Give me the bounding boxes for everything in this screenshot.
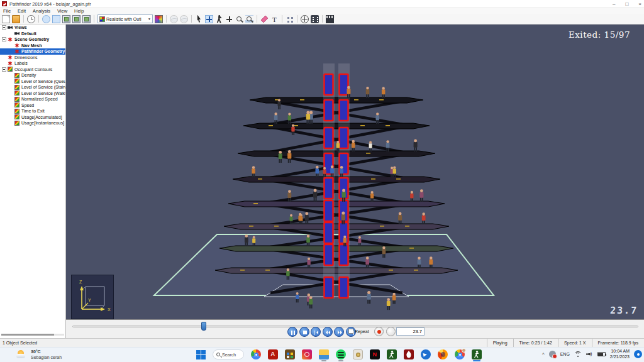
view-objects-button-3[interactable]	[82, 15, 91, 23]
rewind-button[interactable]	[323, 327, 333, 337]
repeat-checkbox[interactable]	[348, 329, 353, 334]
scene-colors-button[interactable]	[155, 15, 163, 23]
speed-status: Speed: 1 X	[558, 339, 592, 348]
pan-tool-button[interactable]	[225, 15, 233, 23]
menu-item-help[interactable]: Help	[74, 8, 84, 14]
tree-item-time-to-exit[interactable]: Time to Exit	[0, 108, 65, 114]
store-icon[interactable]	[285, 349, 295, 359]
notification-badge[interactable]	[634, 350, 642, 358]
contour-icon	[14, 73, 19, 78]
acrobat-icon[interactable]	[268, 349, 278, 359]
record-button[interactable]	[374, 327, 384, 336]
tree-item-level-of-service-stairway[interactable]: Level of Service (Stairway)	[0, 84, 65, 90]
skip-to-start-button[interactable]	[311, 327, 321, 337]
tree-collapse-toggle[interactable]	[2, 67, 6, 72]
tree-collapse-toggle[interactable]	[2, 37, 6, 41]
netflix-icon[interactable]	[370, 349, 380, 359]
open-file-button[interactable]	[12, 15, 20, 23]
spotify-icon[interactable]	[336, 349, 346, 359]
close-button[interactable]: ×	[638, 1, 641, 7]
zoom-tool-button[interactable]	[235, 15, 243, 23]
tree-item-labels[interactable]: Labels	[0, 60, 65, 67]
tree-view: ViewsDefaultScene GeometryNav MeshPathfi…	[0, 25, 65, 126]
start-button[interactable]	[196, 350, 206, 359]
clock-tool-button[interactable]	[27, 15, 35, 23]
timeline-slider-handle[interactable]	[201, 322, 206, 331]
wifi-icon[interactable]	[574, 351, 582, 358]
tree-item-level-of-service-walkway[interactable]: Level of Service (Walkway)	[0, 90, 65, 97]
tree-item-scene-geometry[interactable]: Scene Geometry	[0, 36, 65, 43]
battery-icon[interactable]	[597, 352, 606, 356]
view-objects-button-1[interactable]	[62, 15, 70, 23]
language-indicator[interactable]: ENG	[560, 352, 570, 356]
search-box[interactable]: Search	[213, 349, 244, 359]
pathfinder-app-icon[interactable]	[387, 349, 397, 359]
axis-x-label: X	[108, 307, 111, 312]
speaker-icon[interactable]	[586, 351, 593, 358]
chrome-icon[interactable]	[251, 349, 261, 359]
menu-item-view[interactable]: View	[57, 8, 67, 14]
menu-item-edit[interactable]: Edit	[18, 8, 26, 14]
movie-clapper-button[interactable]	[326, 15, 334, 23]
tree-item-label: Labels	[14, 61, 28, 65]
new-file-button[interactable]	[2, 15, 10, 23]
snapshot-button[interactable]	[386, 327, 396, 336]
levels-button[interactable]	[286, 15, 294, 23]
tree-item-default[interactable]: Default	[0, 31, 65, 37]
show-geometry-toggle[interactable]	[52, 15, 60, 23]
tree-horizontal-scrollbar[interactable]	[1, 334, 64, 336]
fast-forward-button[interactable]	[334, 327, 344, 337]
select-tool-button[interactable]	[195, 15, 203, 23]
crosshair-button[interactable]	[301, 15, 309, 23]
tree-item-usage-instantaneous[interactable]: Usage[Instantaneous]	[0, 120, 65, 126]
globe-button-2[interactable]	[180, 15, 188, 23]
geom-icon	[8, 61, 13, 66]
tree-item-views[interactable]: Views	[0, 25, 65, 31]
tree-item-speed[interactable]: Speed	[0, 102, 65, 109]
tree-spacer	[9, 121, 13, 125]
pathfinder-active-icon[interactable]	[472, 349, 482, 359]
playback-state: Playing	[487, 339, 513, 348]
show-occupants-toggle[interactable]	[42, 15, 50, 23]
tray-app-badge-icon[interactable]	[549, 351, 556, 358]
minimize-button[interactable]: –	[613, 1, 615, 7]
tree-item-pathfinder-geometry[interactable]: Pathfinder Geometry	[0, 48, 65, 55]
maximize-button[interactable]: □	[625, 1, 628, 7]
telegram-icon[interactable]	[421, 349, 431, 359]
3d-viewport[interactable]: Exited: 15/97 23.7 Z X Y	[66, 25, 644, 319]
clock-widget[interactable]: 10:04 AM 2/21/2023	[610, 349, 630, 359]
menu-item-file[interactable]: File	[3, 8, 11, 14]
stop-button[interactable]	[299, 327, 309, 337]
tree-item-dimensions[interactable]: Dimensions	[0, 55, 65, 61]
weather-widget[interactable]: 30°C Sebagian cerah	[16, 349, 62, 360]
tree-item-occupant-contours[interactable]: Occupant Contours	[0, 67, 65, 73]
view-objects-button-2[interactable]	[72, 15, 80, 23]
time-input[interactable]	[396, 327, 425, 336]
chrome-profile-icon[interactable]	[455, 349, 465, 359]
render-mode-select[interactable]: Realistic with Outl ▼	[97, 14, 153, 23]
firefox-icon[interactable]	[438, 349, 448, 359]
tree-item-nav-mesh[interactable]: Nav Mesh	[0, 43, 65, 49]
pyrosim-icon[interactable]	[404, 349, 414, 359]
tree-item-density[interactable]: Density	[0, 72, 65, 79]
tree-collapse-toggle[interactable]	[2, 25, 6, 30]
video-capture-button[interactable]	[311, 15, 319, 23]
tree-item-usage-accumulated[interactable]: Usage[Accumulated]	[0, 114, 65, 121]
globe-button-1[interactable]	[170, 15, 178, 23]
instagram-icon[interactable]	[302, 349, 312, 359]
contour-icon	[14, 121, 19, 126]
tree-item-normalized-speed[interactable]: Normalized Speed	[0, 96, 65, 102]
render-mode-value: Realistic with Outl	[106, 17, 147, 21]
file-explorer-icon[interactable]	[319, 349, 329, 359]
tray-overflow-chevron-icon[interactable]: ^	[542, 351, 545, 357]
menu-item-analysis[interactable]: Analysis	[33, 8, 50, 14]
tree-item-label: Level of Service (Stairway)	[21, 85, 66, 89]
pause-button[interactable]	[287, 327, 297, 337]
tree-item-level-of-service-queuing[interactable]: Level of Service (Queuing)	[0, 79, 65, 85]
orbit-tool-button[interactable]	[205, 15, 213, 23]
media-player-icon[interactable]	[353, 349, 363, 359]
measure-tool-button[interactable]	[261, 15, 268, 22]
walk-tool-button[interactable]	[215, 15, 223, 23]
text-tool-button[interactable]: T	[270, 15, 279, 23]
zoom-rect-tool-button[interactable]	[245, 15, 253, 23]
